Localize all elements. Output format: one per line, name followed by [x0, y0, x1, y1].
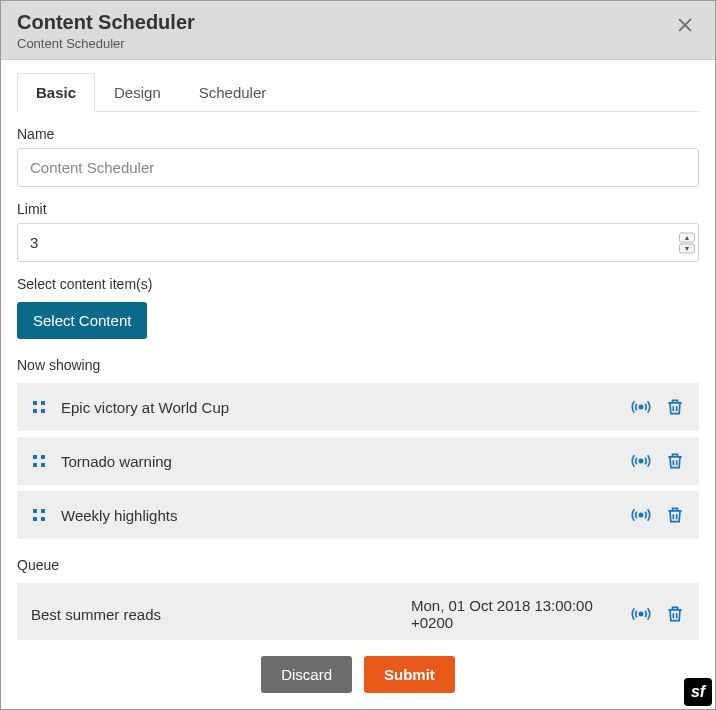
dialog-header: Content Scheduler Content Scheduler — [1, 1, 715, 60]
drag-handle-icon[interactable] — [31, 399, 47, 415]
item-title: Best summer reads — [31, 606, 397, 623]
broadcast-icon[interactable] — [631, 505, 651, 525]
drag-handle-icon[interactable] — [31, 453, 47, 469]
now-showing-item: Tornado warning — [17, 437, 699, 485]
limit-field: ▲ ▼ — [17, 223, 699, 262]
limit-label: Limit — [17, 201, 699, 217]
now-showing-item: Epic victory at World Cup — [17, 383, 699, 431]
symfony-badge[interactable]: sf — [684, 678, 712, 706]
item-title: Epic victory at World Cup — [61, 399, 617, 416]
dialog: Content Scheduler Content Scheduler Basi… — [0, 0, 716, 710]
queue-item: Best summer reads Mon, 01 Oct 2018 13:00… — [17, 583, 699, 640]
dialog-subtitle: Content Scheduler — [17, 36, 195, 51]
discard-button[interactable]: Discard — [261, 656, 352, 693]
dialog-title: Content Scheduler — [17, 11, 195, 34]
close-icon — [675, 15, 695, 35]
item-title: Weekly highlights — [61, 507, 617, 524]
limit-spinner: ▲ ▼ — [679, 232, 695, 253]
tab-design[interactable]: Design — [95, 73, 180, 112]
svg-rect-4 — [33, 409, 37, 413]
svg-rect-9 — [33, 463, 37, 467]
header-titles: Content Scheduler Content Scheduler — [17, 11, 195, 51]
item-actions — [631, 397, 685, 417]
broadcast-icon[interactable] — [631, 451, 651, 471]
select-content-label: Select content item(s) — [17, 276, 699, 292]
svg-rect-13 — [41, 509, 45, 513]
close-button[interactable] — [671, 11, 699, 43]
svg-rect-7 — [33, 455, 37, 459]
svg-rect-12 — [33, 509, 37, 513]
trash-icon[interactable] — [665, 505, 685, 525]
svg-rect-2 — [33, 401, 37, 405]
select-content-button[interactable]: Select Content — [17, 302, 147, 339]
svg-point-11 — [639, 459, 642, 462]
item-actions — [631, 505, 685, 525]
broadcast-icon[interactable] — [631, 397, 651, 417]
svg-rect-8 — [41, 455, 45, 459]
svg-rect-14 — [33, 517, 37, 521]
tab-basic[interactable]: Basic — [17, 73, 95, 112]
spinner-down[interactable]: ▼ — [679, 243, 695, 253]
queue-label: Queue — [17, 557, 699, 573]
dialog-body: Basic Design Scheduler Name Limit ▲ ▼ Se… — [1, 60, 715, 640]
drag-handle-icon[interactable] — [31, 507, 47, 523]
item-actions — [631, 604, 685, 624]
svg-rect-15 — [41, 517, 45, 521]
trash-icon[interactable] — [665, 604, 685, 624]
svg-point-16 — [639, 513, 642, 516]
spinner-up[interactable]: ▲ — [679, 232, 695, 242]
item-actions — [631, 451, 685, 471]
svg-point-17 — [639, 612, 642, 615]
limit-input[interactable] — [17, 223, 699, 262]
trash-icon[interactable] — [665, 397, 685, 417]
tabs: Basic Design Scheduler — [17, 72, 699, 112]
tab-scheduler[interactable]: Scheduler — [180, 73, 286, 112]
svg-point-6 — [639, 405, 642, 408]
now-showing-item: Weekly highlights — [17, 491, 699, 539]
svg-rect-10 — [41, 463, 45, 467]
svg-rect-3 — [41, 401, 45, 405]
item-title: Tornado warning — [61, 453, 617, 470]
item-time: Mon, 01 Oct 2018 13:00:00 +0200 — [411, 597, 611, 631]
broadcast-icon[interactable] — [631, 604, 651, 624]
name-input[interactable] — [17, 148, 699, 187]
now-showing-label: Now showing — [17, 357, 699, 373]
svg-rect-5 — [41, 409, 45, 413]
dialog-footer: Discard Submit — [1, 640, 715, 709]
name-label: Name — [17, 126, 699, 142]
trash-icon[interactable] — [665, 451, 685, 471]
submit-button[interactable]: Submit — [364, 656, 455, 693]
